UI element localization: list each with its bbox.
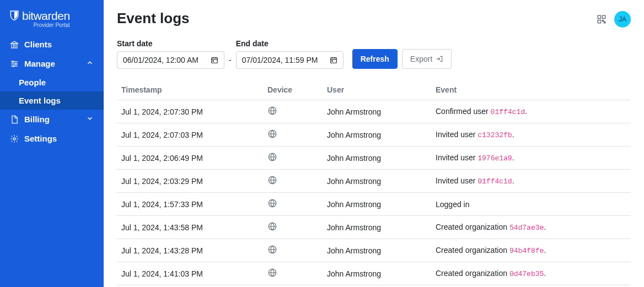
table-row: Jul 1, 2024, 2:07:30 PMJohn ArmstrongCon…	[117, 100, 631, 123]
globe-icon	[267, 221, 277, 231]
table-row: Jul 1, 2024, 1:41:03 PMJohn ArmstrongCre…	[117, 262, 631, 285]
cell-event: Invited user 1976e1a9.	[431, 147, 631, 170]
cell-user: John Armstrong	[323, 147, 431, 170]
event-suffix: .	[544, 246, 546, 254]
svg-point-10	[13, 65, 14, 67]
page-title: Event logs	[117, 10, 631, 27]
sidebar-item-label: Event logs	[19, 96, 61, 105]
event-logs-table: Timestamp Device User Event Jul 1, 2024,…	[117, 80, 631, 285]
qr-icon[interactable]	[597, 14, 607, 24]
cell-device	[263, 239, 323, 262]
event-suffix: .	[544, 223, 546, 231]
cell-user: John Armstrong	[323, 170, 431, 193]
sidebar-item-clients[interactable]: Clients	[0, 35, 104, 54]
globe-icon	[267, 245, 277, 254]
globe-icon	[267, 198, 277, 208]
event-prefix: Invited user	[436, 153, 477, 162]
nav: Clients Manage People Event logs	[0, 35, 104, 148]
export-icon	[436, 55, 443, 63]
avatar[interactable]: JA	[614, 11, 631, 28]
cell-timestamp: Jul 1, 2024, 1:43:28 PM	[117, 239, 263, 262]
globe-icon	[267, 152, 277, 162]
event-prefix: Invited user	[436, 130, 477, 139]
cell-timestamp: Jul 1, 2024, 1:41:03 PM	[117, 262, 263, 285]
logo[interactable]: bitwarden Provider Portal	[0, 0, 104, 35]
cell-event: Created organization 0d47eb35.	[431, 262, 631, 285]
cell-device	[263, 123, 323, 147]
date-range-dash: -	[229, 56, 232, 69]
document-icon	[10, 115, 19, 124]
table-row: Jul 1, 2024, 2:07:03 PMJohn ArmstrongInv…	[117, 123, 631, 147]
brand-name: bitwarden	[22, 10, 70, 21]
event-prefix: Created organization	[436, 223, 509, 231]
table-row: Jul 1, 2024, 1:57:33 PMJohn ArmstrongLog…	[117, 193, 631, 216]
avatar-initials: JA	[619, 15, 626, 23]
event-prefix: Created organization	[436, 246, 509, 254]
event-suffix: .	[512, 130, 514, 139]
start-date-group: Start date 06/01/2024, 12:00 AM	[117, 39, 224, 69]
cell-device	[263, 262, 323, 285]
cell-user: John Armstrong	[323, 239, 431, 262]
topbar: JA	[597, 11, 631, 28]
cell-event: Created organization 54d7ae3e.	[431, 216, 631, 239]
cell-user: John Armstrong	[323, 216, 431, 239]
cell-device	[263, 216, 323, 239]
cell-device	[263, 147, 323, 170]
start-date-label: Start date	[117, 39, 224, 48]
svg-rect-17	[212, 58, 218, 63]
end-date-input[interactable]: 07/01/2024, 11:59 PM	[236, 51, 344, 69]
event-prefix: Invited user	[436, 176, 477, 185]
column-user: User	[323, 80, 431, 100]
start-date-input[interactable]: 06/01/2024, 12:00 AM	[117, 51, 224, 69]
event-suffix: .	[512, 153, 514, 162]
svg-rect-21	[213, 61, 214, 62]
table-row: Jul 1, 2024, 2:06:49 PMJohn ArmstrongInv…	[117, 147, 631, 170]
cell-device	[263, 170, 323, 193]
svg-point-11	[13, 138, 15, 140]
end-date-group: End date 07/01/2024, 11:59 PM	[236, 39, 344, 69]
calendar-icon	[211, 56, 218, 64]
globe-icon	[267, 106, 277, 116]
sidebar-item-people[interactable]: People	[0, 73, 104, 91]
cell-timestamp: Jul 1, 2024, 2:07:03 PM	[117, 123, 263, 147]
sidebar-item-event-logs[interactable]: Event logs	[0, 91, 104, 110]
cell-device	[263, 193, 323, 216]
cell-event: Logged in	[431, 193, 631, 216]
svg-rect-15	[603, 20, 604, 21]
table-row: Jul 1, 2024, 1:43:58 PMJohn ArmstrongCre…	[117, 216, 631, 239]
end-date-label: End date	[236, 39, 344, 48]
event-code: 1976e1a9	[477, 154, 512, 163]
cell-event: Confirmed user 01ff4c1d.	[431, 100, 631, 123]
event-suffix: .	[512, 176, 514, 185]
refresh-label: Refresh	[361, 53, 389, 64]
cell-user: John Armstrong	[323, 123, 431, 147]
sidebar-item-billing[interactable]: Billing	[0, 110, 104, 129]
cell-timestamp: Jul 1, 2024, 1:57:33 PM	[117, 193, 263, 216]
nav-manage-children: People Event logs	[0, 73, 104, 110]
event-code: 54d7ae3e	[509, 224, 544, 232]
shield-icon	[10, 10, 19, 21]
sidebar-item-label: Clients	[24, 40, 52, 49]
event-code: 01ff4c1d	[477, 177, 512, 186]
cell-timestamp: Jul 1, 2024, 2:03:29 PM	[117, 170, 263, 193]
sidebar-item-settings[interactable]: Settings	[0, 129, 104, 148]
event-suffix: .	[544, 269, 546, 278]
cell-timestamp: Jul 1, 2024, 2:07:30 PM	[117, 100, 263, 123]
export-button[interactable]: Export	[402, 49, 452, 69]
sidebar-item-manage[interactable]: Manage	[0, 54, 104, 73]
globe-icon	[267, 129, 277, 139]
sidebar-item-label: Billing	[24, 115, 50, 124]
gear-icon	[10, 134, 19, 143]
filter-bar: Start date 06/01/2024, 12:00 AM - End da…	[117, 39, 631, 69]
event-prefix: Created organization	[436, 269, 509, 278]
refresh-button[interactable]: Refresh	[352, 49, 398, 69]
svg-rect-16	[604, 22, 605, 23]
svg-point-8	[12, 61, 14, 62]
globe-icon	[267, 268, 277, 278]
event-prefix: Confirmed user	[436, 107, 491, 116]
event-code: 01ff4c1d	[491, 108, 525, 116]
start-date-value: 06/01/2024, 12:00 AM	[123, 56, 198, 64]
cell-event: Invited user c13232fb.	[431, 123, 631, 147]
column-device: Device	[263, 80, 323, 100]
chevron-down-icon	[86, 115, 94, 124]
